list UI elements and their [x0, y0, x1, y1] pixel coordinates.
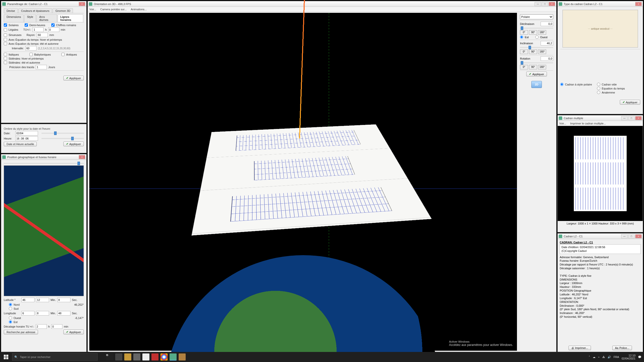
- btn-incl-90[interactable]: 90°: [529, 50, 537, 54]
- tray-chevron-icon[interactable]: ˄: [589, 355, 590, 359]
- btn-2d[interactable]: 2D: [531, 81, 542, 88]
- input-rayon[interactable]: [37, 33, 48, 37]
- input-precision[interactable]: [36, 65, 47, 69]
- taskview-icon[interactable]: ⧉: [106, 353, 113, 360]
- input-dec-h[interactable]: [36, 324, 47, 329]
- slider-heure[interactable]: [42, 138, 84, 139]
- menu-voir[interactable]: Voir...: [89, 8, 96, 11]
- close-icon[interactable]: ×: [635, 116, 642, 120]
- btn-rot-0[interactable]: 0°: [520, 65, 528, 69]
- slider-date[interactable]: [42, 133, 84, 134]
- close-icon[interactable]: ×: [79, 155, 85, 159]
- close-icon[interactable]: ×: [79, 2, 85, 6]
- minimize-icon[interactable]: —: [621, 116, 628, 120]
- taskbar-app-cadsol[interactable]: [170, 353, 177, 360]
- btn-incl-0[interactable]: 0°: [520, 50, 528, 54]
- input-lat-s[interactable]: [57, 298, 70, 302]
- radio-est[interactable]: [520, 35, 523, 39]
- tab-gnomon3d[interactable]: Gnomon 3D: [53, 8, 73, 13]
- titlebar-multiple[interactable]: Cadran multiple — □ ×: [558, 115, 643, 121]
- input-lat-m[interactable]: [36, 298, 49, 302]
- preview-2d[interactable]: [558, 126, 643, 221]
- input-lon-d[interactable]: [21, 311, 34, 315]
- taskbar-app-tool[interactable]: [179, 353, 186, 360]
- slider-declinaison[interactable]: [520, 28, 553, 29]
- tray-notif-icon[interactable]: 💬: [638, 355, 641, 359]
- menu-imprimer[interactable]: Imprimer le cadran multiple...: [570, 122, 606, 125]
- taskbar-app-notes[interactable]: [142, 353, 149, 360]
- chk-italiques[interactable]: [4, 53, 7, 56]
- chk-sinueuses[interactable]: [4, 33, 7, 37]
- taskbar-search[interactable]: 🔍 Taper ici pour rechercher: [12, 353, 98, 361]
- minimize-icon[interactable]: —: [621, 234, 628, 238]
- btn-rot-180[interactable]: 180°: [538, 65, 546, 69]
- titlebar-parametrage[interactable]: Paramétrage de: Cadran L2 - C1 ×: [1, 1, 86, 7]
- menu-animations[interactable]: Animations...: [131, 8, 147, 11]
- btn-imprimer[interactable]: 🖨 Imprimer...: [569, 346, 591, 350]
- chk-legales[interactable]: [4, 28, 7, 31]
- taskbar-app-store[interactable]: [133, 353, 140, 360]
- titlebar-type[interactable]: Type du cadran Cadran L2 - C1 ×: [558, 1, 643, 7]
- titlebar-geo[interactable]: Position géographique et fuseau horaire …: [1, 154, 86, 160]
- tab-lignes-horaires[interactable]: Lignes horaires: [58, 14, 83, 22]
- maximize-icon[interactable]: □: [542, 2, 548, 6]
- slider-inclinaison[interactable]: [520, 47, 553, 48]
- btn-incl-180[interactable]: 180°: [538, 50, 546, 54]
- btn-decl-90[interactable]: 90°: [529, 30, 537, 35]
- radio-analemme[interactable]: [597, 91, 600, 94]
- chk-eq-hiver[interactable]: [4, 38, 7, 41]
- titlebar-3d[interactable]: Orientation en 3D - 498,3 FPS — □ ×: [88, 1, 556, 7]
- minimize-icon[interactable]: —: [535, 2, 541, 6]
- btn-appliquer-orient[interactable]: ✔Appliquer: [526, 72, 547, 76]
- close-icon[interactable]: ×: [635, 234, 642, 238]
- btn-date-now[interactable]: Date et Heure actuelle: [4, 142, 37, 146]
- btn-decl-180[interactable]: 180°: [538, 30, 546, 35]
- btn-rot-90[interactable]: 90°: [529, 65, 537, 69]
- radio-est[interactable]: [9, 320, 12, 324]
- chk-babylon[interactable]: [29, 53, 33, 56]
- select-forme[interactable]: Polaire: [520, 14, 553, 19]
- taskbar-app-chrome[interactable]: [160, 353, 168, 360]
- input-date[interactable]: [15, 131, 38, 135]
- btn-appliquer-ombre[interactable]: ✔Appliquer: [63, 142, 84, 146]
- chk-antiques[interactable]: [61, 53, 65, 56]
- radio-ouest[interactable]: [9, 316, 12, 320]
- btn-decl-0[interactable]: 0°: [520, 30, 528, 35]
- tab-style[interactable]: Style: [24, 14, 36, 22]
- viewport-3d[interactable]: Activer Windows Accédez aux paramètres p…: [89, 13, 517, 351]
- map-europe[interactable]: [4, 165, 84, 296]
- btn-appliquer-geo[interactable]: ✔Appliquer: [63, 330, 84, 334]
- maximize-icon[interactable]: □: [628, 116, 635, 120]
- radio-style-polaire[interactable]: [560, 83, 564, 86]
- input-tu-h[interactable]: [32, 27, 44, 32]
- input-inclinaison[interactable]: [541, 41, 553, 46]
- radio-sud[interactable]: [9, 307, 12, 310]
- radio-cadran-vide[interactable]: [597, 83, 600, 86]
- input-heure[interactable]: [15, 136, 38, 141]
- taskbar-app-explorer[interactable]: [124, 353, 131, 360]
- tab-arcs[interactable]: Arcs diurnes: [36, 14, 57, 22]
- radio-ouest[interactable]: [535, 35, 539, 39]
- slider-rotation[interactable]: [520, 62, 553, 63]
- system-tray[interactable]: ˄ ☁ ⌁ 🖧 🔊 FRA 12:10 02/04/2021 💬: [586, 354, 644, 360]
- close-icon[interactable]: ×: [635, 2, 642, 6]
- chk-solaires[interactable]: [4, 23, 7, 27]
- taskbar-clock[interactable]: 12:10 02/04/2021: [622, 354, 635, 360]
- input-tu-m[interactable]: [48, 27, 59, 32]
- taskbar-app-dx[interactable]: [151, 353, 158, 360]
- tray-bt-icon[interactable]: ⌁: [598, 355, 600, 359]
- menu-voir[interactable]: Voir...: [559, 122, 566, 125]
- tray-net-icon[interactable]: 🖧: [602, 355, 605, 358]
- tray-vol-icon[interactable]: 🔊: [608, 355, 611, 359]
- slider-geo-top[interactable]: [4, 163, 84, 164]
- input-lon-m[interactable]: [36, 311, 49, 315]
- chk-eq-ete[interactable]: [4, 42, 7, 45]
- input-rotation[interactable]: [541, 56, 553, 61]
- btn-police[interactable]: Aa Police...: [612, 346, 632, 350]
- menu-camera[interactable]: Camera pointée sur...: [100, 8, 127, 11]
- input-declinaison[interactable]: [541, 22, 553, 26]
- radio-eq-temps[interactable]: [597, 87, 600, 90]
- tray-cloud-icon[interactable]: ☁: [593, 355, 595, 359]
- btn-search-address[interactable]: Recherche par adresse: [4, 330, 38, 334]
- input-dec-m[interactable]: [51, 324, 62, 329]
